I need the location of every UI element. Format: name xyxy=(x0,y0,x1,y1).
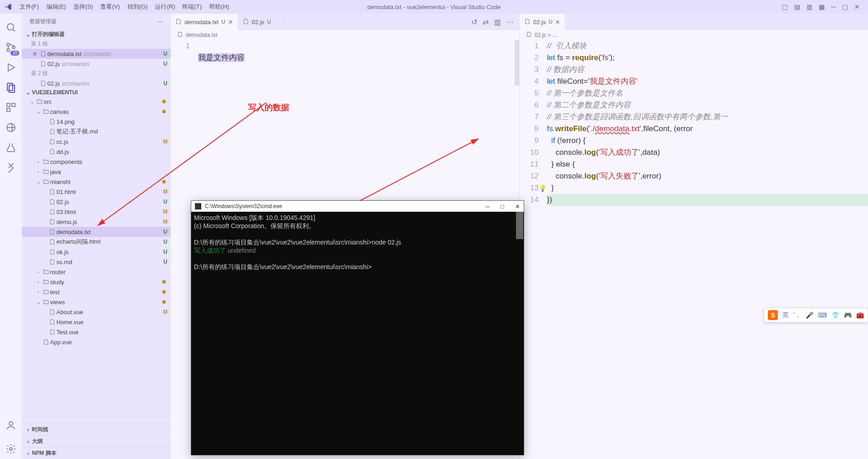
close-icon[interactable]: ✕ xyxy=(228,19,233,26)
terminal-maximize[interactable]: □ xyxy=(500,203,504,210)
file-item[interactable]: About.vueM xyxy=(22,307,170,317)
terminal-minimize[interactable]: ─ xyxy=(485,203,490,210)
folder-item[interactable]: ⌄views xyxy=(22,297,170,307)
open-editor-item[interactable]: 02.jssrc\mianshiU xyxy=(22,78,170,88)
run-debug-icon[interactable] xyxy=(0,57,22,77)
ime-lang[interactable]: 英 xyxy=(782,311,789,319)
ime-punct-icon[interactable]: '， xyxy=(793,311,801,319)
folder-item[interactable]: ›components xyxy=(22,157,170,167)
editor-content-2[interactable]: 1234567891011121314 // 引入模块 let fs = req… xyxy=(520,40,868,459)
terminal-close[interactable]: ✕ xyxy=(515,203,520,210)
layout-panel-icon[interactable]: ▤ xyxy=(794,3,800,10)
folder-item[interactable]: ⌄src xyxy=(22,97,170,107)
file-item[interactable]: echarts间隔.htmlU xyxy=(22,237,170,247)
file-item[interactable]: dd.js xyxy=(22,147,170,157)
breadcrumb[interactable]: demodata.txt xyxy=(171,30,519,40)
terminal-window[interactable]: C:\Windows\System32\cmd.exe ─ □ ✕ Micros… xyxy=(191,200,524,455)
close-icon[interactable]: ✕ xyxy=(555,19,560,26)
testing-icon[interactable] xyxy=(0,138,22,158)
accounts-icon[interactable] xyxy=(0,415,22,435)
maximize-button[interactable]: ▢ xyxy=(842,3,848,10)
history-icon[interactable]: ↺ xyxy=(471,18,477,26)
menu-item[interactable]: 选择(S) xyxy=(70,3,97,11)
editor-tab[interactable]: 02.jsU✕ xyxy=(520,14,565,30)
menu-item[interactable]: 转到(G) xyxy=(124,3,152,11)
split-icon[interactable]: ▥ xyxy=(494,18,501,26)
sogou-icon[interactable]: S xyxy=(768,310,778,320)
file-icon xyxy=(177,31,183,39)
layout-secondary-icon[interactable]: ▥ xyxy=(807,3,812,10)
breadcrumb[interactable]: 02.js > ... xyxy=(520,30,868,40)
lightbulb-icon[interactable]: 💡 xyxy=(539,182,546,194)
terminal-scrollbar[interactable] xyxy=(516,212,523,239)
source-control-icon[interactable]: 30 xyxy=(0,37,22,57)
file-item[interactable]: 14.png xyxy=(22,117,170,127)
layout-customize-icon[interactable]: ▦ xyxy=(819,3,825,10)
editor-tab[interactable]: demodata.txtU✕ xyxy=(171,14,238,30)
file-item[interactable]: ok.jsU xyxy=(22,247,170,257)
title-bar: 文件(F)编辑(E)选择(S)查看(V)转到(G)运行(R)终端(T)帮助(H)… xyxy=(0,0,868,14)
file-item[interactable]: cc.jsM xyxy=(22,137,170,147)
git-status: U xyxy=(267,19,271,25)
file-icon xyxy=(48,128,56,135)
menu-item[interactable]: 编辑(E) xyxy=(43,3,70,11)
menu-item[interactable]: 查看(V) xyxy=(97,3,123,11)
menu-item[interactable]: 文件(F) xyxy=(16,3,43,11)
search-icon[interactable] xyxy=(0,17,22,37)
folder-item[interactable]: ⌄canvas xyxy=(22,107,170,117)
close-button[interactable]: ✕ xyxy=(854,3,860,10)
file-icon xyxy=(42,339,50,345)
file-item[interactable]: 02.jsU xyxy=(22,197,170,207)
settings-gear-icon[interactable] xyxy=(0,439,22,459)
folder-item[interactable]: ›study xyxy=(22,277,170,287)
open-editor-item[interactable]: ✕demodata.txtsrc\mianshiU xyxy=(22,49,170,59)
remote-icon[interactable] xyxy=(0,117,22,138)
open-editors-header[interactable]: ⌄打开的编辑器 xyxy=(22,30,170,39)
menu-bar: 文件(F)编辑(E)选择(S)查看(V)转到(G)运行(R)终端(T)帮助(H) xyxy=(16,3,233,11)
ime-toolbox-icon[interactable]: 🧰 xyxy=(856,311,864,319)
file-item[interactable]: 03.htmlM xyxy=(22,207,170,217)
file-item[interactable]: ss.mdU xyxy=(22,257,170,267)
file-item[interactable]: demodata.txtU xyxy=(22,227,170,237)
layout-primary-icon[interactable]: ▢ xyxy=(782,3,788,10)
ime-skin-icon[interactable]: 👕 xyxy=(832,311,839,319)
ime-voice-icon[interactable]: 🎤 xyxy=(806,311,813,319)
folder-item[interactable]: ›router xyxy=(22,267,170,277)
more-icon[interactable]: ⋯ xyxy=(506,18,514,26)
file-item[interactable]: 笔记-五子棋.md xyxy=(22,127,170,137)
folder-item[interactable]: ⌄mianshi xyxy=(22,177,170,187)
file-item[interactable]: demo.jsM xyxy=(22,217,170,227)
diff-icon[interactable]: ⇄ xyxy=(483,18,489,26)
file-item[interactable]: Test.vue xyxy=(22,327,170,337)
menu-item[interactable]: 运行(R) xyxy=(151,3,179,11)
minimap[interactable] xyxy=(515,40,519,86)
section-header[interactable]: ›时间线 xyxy=(22,423,170,435)
ime-toolbar[interactable]: S 英 '， 🎤 ⌨ 👕 🎮 🧰 xyxy=(764,308,868,322)
terminal-output[interactable]: Microsoft Windows [版本 10.0.19045.4291] (… xyxy=(191,212,524,455)
file-item[interactable]: 01.htmlM xyxy=(22,187,170,197)
section-header[interactable]: ›大纲 xyxy=(22,435,170,447)
git-graph-icon[interactable] xyxy=(0,158,22,178)
open-editor-item[interactable]: 02.jssrc\mianshiU xyxy=(22,59,170,69)
close-icon[interactable]: ✕ xyxy=(30,51,39,57)
minimize-button[interactable]: ─ xyxy=(831,3,836,10)
folder-item[interactable]: ›test xyxy=(22,287,170,297)
folder-item[interactable]: ›java xyxy=(22,167,170,177)
menu-item[interactable]: 终端(T) xyxy=(179,3,205,11)
section-header[interactable]: ›NPM 脚本 xyxy=(22,447,170,459)
editor-tab[interactable]: 02.jsU xyxy=(238,14,283,30)
ime-keyboard-icon[interactable]: ⌨ xyxy=(818,311,827,319)
ime-game-icon[interactable]: 🎮 xyxy=(844,311,852,319)
project-header[interactable]: ⌄VUE2ELEMENTUI xyxy=(22,88,170,97)
extensions-icon[interactable] xyxy=(0,97,22,117)
menu-item[interactable]: 帮助(H) xyxy=(205,3,233,11)
git-status: U xyxy=(548,19,552,25)
sidebar-more-icon[interactable]: ⋯ xyxy=(158,19,163,25)
git-status: M xyxy=(160,138,170,145)
terminal-title-bar[interactable]: C:\Windows\System32\cmd.exe ─ □ ✕ xyxy=(191,201,524,212)
file-icon xyxy=(175,18,182,26)
file-item[interactable]: Home.vue xyxy=(22,317,170,327)
file-item[interactable]: App.vue xyxy=(22,337,170,347)
explorer-icon[interactable] xyxy=(0,77,22,97)
svg-line-1 xyxy=(13,29,15,31)
